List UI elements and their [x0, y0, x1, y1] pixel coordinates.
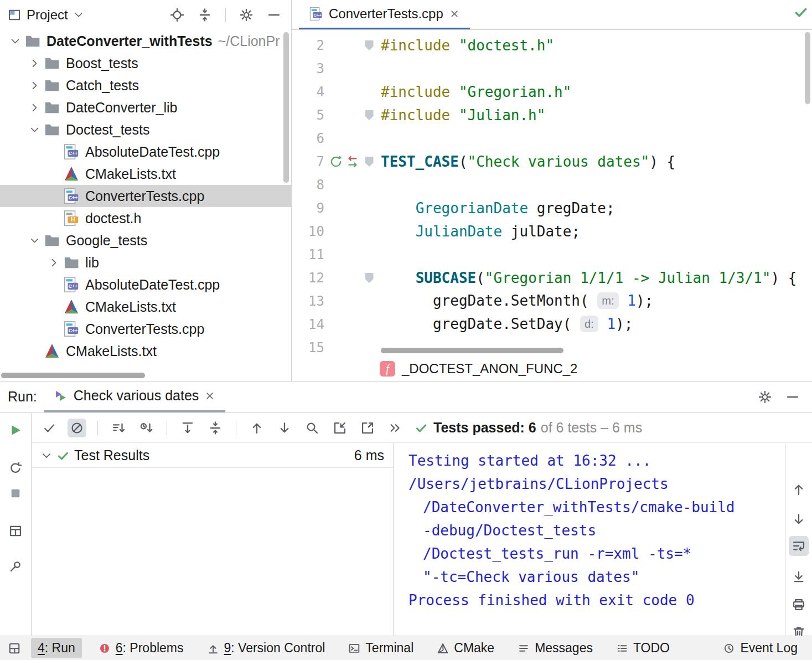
code-line: 2#include "doctest.h" — [292, 34, 804, 57]
settings-icon — [758, 390, 772, 404]
expand-all-button[interactable] — [178, 419, 197, 437]
tab-check-various-dates[interactable]: Check various dates — [44, 381, 226, 412]
statusbar-item-4-run[interactable]: 4: Run — [31, 638, 82, 658]
chevron-collapsed-icon[interactable] — [25, 99, 44, 116]
chevron-expanded-icon[interactable] — [25, 232, 44, 249]
editor-tab-label: ConverterTests.cpp — [329, 6, 443, 22]
project-vertical-scrollbar[interactable] — [283, 32, 289, 183]
chevron-collapsed-icon[interactable] — [25, 77, 44, 94]
statusbar-item-cmake[interactable]: CMake — [430, 638, 501, 658]
tree-item-google-tests[interactable]: Google_tests — [0, 229, 291, 251]
previous-occurrence-button[interactable] — [247, 419, 266, 437]
select-opened-file-button[interactable] — [168, 6, 187, 24]
sort-by-duration-button[interactable] — [137, 419, 156, 437]
tree-item-cmakelists-txt[interactable]: CMakeLists.txt — [0, 163, 291, 185]
rerun-button[interactable] — [6, 421, 25, 440]
chevron-collapsed-icon[interactable] — [25, 55, 44, 71]
tree-item-boost-tests[interactable]: Boost_tests — [0, 52, 291, 74]
tree-item-cmakelists-txt[interactable]: CMakeLists.txt — [0, 340, 291, 362]
breadcrumb-label[interactable]: _DOCTEST_ANON_FUNC_2 — [402, 361, 577, 377]
tree-item-doctest-h[interactable]: Hdoctest.h — [0, 207, 291, 229]
export-test-results-button[interactable] — [358, 419, 377, 437]
code-lines[interactable]: 2#include "doctest.h"34#include "Gregori… — [292, 30, 804, 357]
close-icon[interactable] — [204, 390, 215, 401]
statusbar-item-event-log[interactable]: Event Log — [716, 638, 804, 658]
statusbar-item-9-version-control[interactable]: 9: Version Control — [200, 638, 332, 658]
scroll-to-end-button[interactable] — [789, 567, 809, 587]
statusbar-item-terminal[interactable]: Terminal — [342, 638, 420, 658]
tree-item-cmakelists-txt[interactable]: CMakeLists.txt — [0, 296, 291, 318]
tree-item-convertertests-cpp[interactable]: C++ConverterTests.cpp — [0, 318, 291, 340]
code-line: 15 — [292, 336, 804, 357]
search-button[interactable] — [303, 419, 322, 437]
pin-tab-button[interactable] — [6, 557, 25, 576]
chevron-spacer — [44, 166, 63, 182]
line-number: 4 — [292, 84, 324, 100]
restore-layout-button[interactable] — [6, 522, 25, 540]
collapse-all-button[interactable] — [195, 6, 214, 24]
tab-convertertests-cpp[interactable]: C++ ConverterTests.cpp — [299, 0, 470, 29]
search-icon — [305, 421, 319, 435]
code-line: 13 gregDate.SetMonth( m: 1); — [292, 290, 804, 313]
fold-marker-icon[interactable] — [365, 40, 374, 50]
tree-item-lib[interactable]: lib — [0, 251, 291, 274]
code-text: SUBCASE("Gregorian 1/1/1 -> Julian 1/3/1… — [377, 270, 797, 286]
toolwindow-switcher-icon[interactable] — [8, 642, 21, 655]
print-button[interactable] — [789, 595, 809, 615]
hide-button[interactable] — [265, 6, 283, 24]
fold-marker-icon[interactable] — [365, 273, 374, 283]
statusbar-item-todo[interactable]: TODO — [609, 638, 676, 658]
rerun-failed-tests-button[interactable] — [6, 459, 25, 478]
tree-item-absolutedatetest-cpp[interactable]: C++AbsoluteDateTest.cpp — [0, 141, 291, 163]
settings-button[interactable] — [237, 6, 256, 24]
sort-alphabetically-button[interactable] — [109, 419, 128, 437]
stop-button[interactable] — [6, 484, 25, 503]
settings-button[interactable] — [756, 388, 774, 406]
tree-item-dateconverter-withtests[interactable]: DateConverter_withTests~/CLionPr — [0, 30, 291, 52]
inspections-ok-icon[interactable] — [793, 4, 809, 20]
test-duration: 6 ms — [354, 447, 384, 463]
more-actions-button[interactable] — [386, 419, 405, 437]
import-test-results-icon — [333, 421, 347, 435]
chevron-expanded-icon[interactable] — [25, 121, 44, 138]
code-line: 14 gregDate.SetDay( d: 1); — [292, 313, 804, 336]
tree-item-convertertests-cpp[interactable]: C++ConverterTests.cpp — [0, 185, 291, 207]
chevron-collapsed-icon[interactable] — [44, 254, 63, 271]
collapse-all-button[interactable] — [206, 419, 225, 437]
editor-vertical-scrollbar[interactable] — [805, 32, 810, 104]
statusbar-item-6-problems[interactable]: 6: Problems — [92, 638, 190, 658]
run-panel-body: Tests passed: 6 of 6 tests – 6 ms Test R… — [0, 413, 812, 636]
chevron-down-icon[interactable] — [41, 450, 52, 461]
fold-marker-icon[interactable] — [365, 157, 374, 167]
show-ignored-button[interactable] — [68, 419, 86, 437]
next-occurrence-button[interactable] — [275, 419, 294, 437]
test-results-row[interactable]: Test Results 6 ms — [32, 444, 393, 468]
fold-marker-icon[interactable] — [365, 110, 374, 120]
tree-item-label: ConverterTests.cpp — [85, 321, 204, 337]
tree-item-catch-tests[interactable]: Catch_tests — [0, 74, 291, 96]
scroll-down-button[interactable] — [789, 509, 809, 529]
chevron-expanded-icon[interactable] — [6, 33, 24, 49]
hide-button[interactable] — [783, 388, 802, 406]
statusbar-item-messages[interactable]: Messages — [511, 638, 599, 658]
tests-passed-icon — [415, 421, 428, 435]
settings-icon — [239, 8, 254, 22]
project-panel-header: Project — [0, 0, 291, 30]
project-horizontal-scrollbar[interactable] — [1, 373, 145, 378]
project-panel-title[interactable]: Project — [27, 7, 68, 23]
show-passed-button[interactable] — [40, 419, 59, 437]
chevron-down-icon[interactable] — [74, 10, 84, 20]
import-test-results-button[interactable] — [330, 419, 349, 437]
close-icon[interactable] — [449, 8, 460, 19]
console-output[interactable]: Testing started at 16:32 .../Users/jetbr… — [394, 444, 785, 636]
tree-item-label: AbsoluteDateTest.cpp — [85, 277, 220, 293]
rerun-test-icon[interactable] — [329, 154, 343, 169]
tree-item-doctest-tests[interactable]: Doctest_tests — [0, 118, 291, 141]
swap-arrows-icon[interactable] — [345, 154, 360, 169]
editor-horizontal-scrollbar[interactable] — [381, 348, 563, 353]
tree-item-absolutedatetest-cpp[interactable]: C++AbsoluteDateTest.cpp — [0, 274, 291, 296]
scroll-up-button[interactable] — [789, 479, 809, 499]
soft-wrap-button[interactable] — [789, 536, 809, 556]
tree-item-dateconverter-lib[interactable]: DateConverter_lib — [0, 96, 291, 118]
folder-file-icon — [24, 33, 41, 49]
